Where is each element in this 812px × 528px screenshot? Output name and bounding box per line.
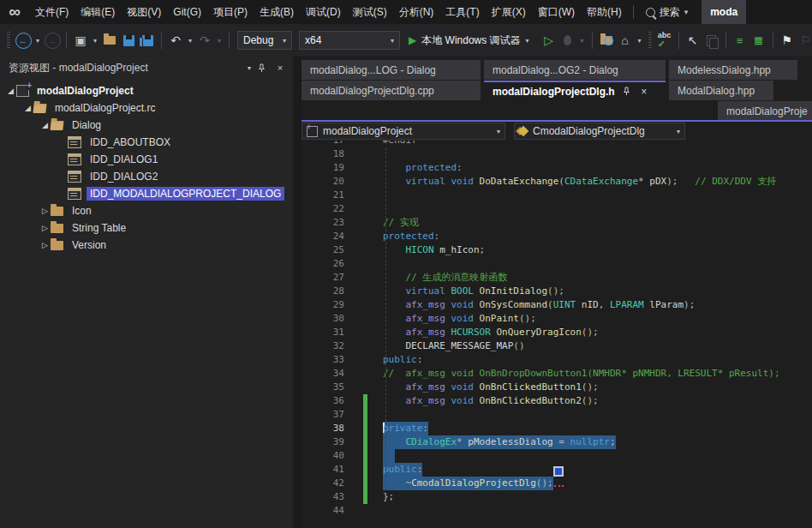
- menu-b[interactable]: 生成(B): [254, 0, 300, 24]
- undo-dropdown[interactable]: ▾: [186, 30, 194, 51]
- select-element-button[interactable]: ↖: [684, 30, 702, 51]
- tree-item-dialog[interactable]: ◢Dialog: [0, 117, 293, 134]
- menu-s[interactable]: 测试(S): [347, 0, 393, 24]
- tree-item-string-table[interactable]: ▷String Table: [0, 219, 293, 237]
- menu-w[interactable]: 窗口(W): [532, 0, 581, 24]
- code-line-29[interactable]: 29 afx_msg void OnSysCommand(UINT nID, L…: [302, 298, 812, 312]
- expander-icon[interactable]: ◢: [39, 121, 51, 129]
- code-line-30[interactable]: 30 afx_msg void OnPaint();: [302, 312, 812, 326]
- save-all-button[interactable]: [139, 30, 156, 51]
- window-layout-dropdown[interactable]: ▾: [636, 30, 644, 51]
- pin-tab-icon[interactable]: [622, 87, 631, 96]
- spell-check-button[interactable]: abc✓: [656, 30, 673, 51]
- previous-bookmark-button[interactable]: ⚐: [797, 30, 812, 51]
- tab-modaldialog-log-dialog[interactable]: modalDialog...LOG - Dialog: [302, 60, 481, 80]
- menu-e[interactable]: 编辑(E): [75, 0, 121, 24]
- start-debugging-button[interactable]: ▶本地 Windows 调试器▾: [403, 30, 540, 51]
- code-line-23[interactable]: 23// 实现: [302, 216, 812, 230]
- menu-t[interactable]: 工具(T): [439, 0, 485, 24]
- expander-icon[interactable]: ◢: [22, 104, 33, 112]
- toggle-bookmark-button[interactable]: ⚑: [779, 30, 796, 51]
- class-scope-value: CmodalDialogProjectDlg: [533, 125, 645, 137]
- expander-icon[interactable]: ▷: [39, 207, 51, 215]
- tree-item-modaldialogproject-rc[interactable]: ◢modalDialogProject.rc: [0, 99, 293, 117]
- code-line-19[interactable]: 19 protected:: [302, 161, 812, 175]
- menu-h[interactable]: 帮助(H): [581, 0, 628, 24]
- close-icon[interactable]: ×: [272, 63, 288, 73]
- code-line-20[interactable]: 20 virtual void DoDataExchange(CDataExch…: [302, 175, 812, 189]
- menu-n[interactable]: 分析(N): [393, 0, 440, 24]
- increase-line-indent-button[interactable]: ≣: [750, 30, 767, 51]
- code-line-43[interactable]: 43};: [302, 490, 812, 504]
- close-tab-icon[interactable]: ×: [638, 86, 650, 98]
- code-line-31[interactable]: 31 afx_msg HCURSOR OnQueryDragIcon();: [302, 326, 812, 339]
- redo-button[interactable]: ↷: [196, 30, 213, 51]
- tab-modaldialog-og2-dialog[interactable]: modalDialog...OG2 - Dialog: [484, 60, 666, 80]
- project-scope-dropdown[interactable]: modalDialogProject ▾: [302, 123, 505, 140]
- code-line-27[interactable]: 27 // 生成的消息映射函数: [302, 271, 812, 285]
- tree-item-idd-dialog1[interactable]: IDD_DIALOG1: [0, 151, 293, 168]
- menu-x[interactable]: 扩展(X): [486, 0, 532, 24]
- solution-platforms-combo[interactable]: x64▾: [299, 31, 400, 50]
- undo-button[interactable]: ↶: [167, 30, 184, 51]
- new-project-button[interactable]: ▣: [72, 30, 89, 51]
- tab-modelessdialog-hpp[interactable]: ModelessDialog.hpp: [669, 60, 797, 80]
- tab-modaldialogproje[interactable]: modalDialogProje: [718, 101, 812, 121]
- expander-icon[interactable]: ◢: [5, 87, 16, 95]
- hot-reload-button[interactable]: [559, 30, 576, 51]
- pin-icon[interactable]: [257, 63, 272, 73]
- code-line-44[interactable]: 44: [302, 504, 812, 518]
- code-line-22[interactable]: 22: [302, 202, 812, 216]
- save-button[interactable]: [120, 30, 137, 51]
- tab-modaldialogprojectdlg-h[interactable]: modalDialogProjectDlg.h×: [484, 81, 666, 100]
- navigate-back-button[interactable]: ←: [15, 30, 32, 51]
- menu-f[interactable]: 文件(F): [29, 0, 75, 24]
- code-line-24[interactable]: 24protected:: [302, 230, 812, 243]
- tab-modaldialogprojectdlg-cpp[interactable]: modalDialogProjectDlg.cpp: [302, 81, 481, 100]
- solution-configurations-combo[interactable]: Debug▾: [237, 31, 292, 50]
- code-line-37[interactable]: 37: [302, 408, 812, 422]
- expander-icon[interactable]: ▷: [39, 224, 51, 232]
- code-line-21[interactable]: 21: [302, 189, 812, 202]
- window-position-dropdown[interactable]: ▾: [242, 64, 257, 72]
- tree-item-version[interactable]: ▷Version: [0, 237, 293, 254]
- code-line-18[interactable]: 18: [302, 147, 812, 161]
- copy-button[interactable]: [703, 30, 720, 51]
- code-line-38[interactable]: 38private:: [302, 422, 812, 435]
- code-line-35[interactable]: 35 afx_msg void OnBnClickedButton1();: [302, 381, 812, 394]
- code-line-42[interactable]: 42 ~CmodalDialogProjectDlg();: [302, 477, 812, 490]
- code-line-32[interactable]: 32 DECLARE_MESSAGE_MAP(): [302, 339, 812, 353]
- menu-v[interactable]: 视图(V): [121, 0, 167, 24]
- redo-dropdown[interactable]: ▾: [215, 30, 224, 51]
- navigate-forward-button[interactable]: →: [44, 30, 61, 51]
- open-file-button[interactable]: [101, 30, 118, 51]
- expander-icon[interactable]: ▷: [39, 241, 51, 249]
- tree-item-idd-modaldialogproject-dialog[interactable]: IDD_MODALDIALOGPROJECT_DIALOG: [0, 185, 293, 202]
- window-layout-button[interactable]: ⌂: [617, 30, 634, 51]
- code-line-36[interactable]: 36 afx_msg void OnBnClickedButton2();: [302, 394, 812, 408]
- code-line-25[interactable]: 25 HICON m_hIcon;: [302, 243, 812, 257]
- code-line-39[interactable]: 39 CDialogEx* pModelessDialog = nullptr;: [302, 435, 812, 449]
- tab-modaldialog-hpp[interactable]: ModalDialog.hpp: [669, 81, 773, 100]
- menu-git-g[interactable]: Git(G): [167, 0, 207, 24]
- navigate-back-dropdown[interactable]: ▾: [33, 30, 42, 51]
- code-line-33[interactable]: 33public:: [302, 353, 812, 367]
- menu-p[interactable]: 项目(P): [207, 0, 254, 24]
- code-line-34[interactable]: 34// afx_msg void OnBnDropDownButton1(NM…: [302, 367, 812, 381]
- code-line-40[interactable]: 40: [302, 449, 812, 463]
- code-line-26[interactable]: 26: [302, 257, 812, 271]
- search-control[interactable]: 搜索 ▾: [639, 0, 696, 24]
- menu-d[interactable]: 调试(D): [300, 0, 347, 24]
- tree-item-icon[interactable]: ▷Icon: [0, 202, 293, 219]
- tree-item-modaldialogproject[interactable]: ◢modalDialogProject: [0, 82, 293, 99]
- start-without-debugging-button[interactable]: ▷: [540, 30, 558, 51]
- class-scope-dropdown[interactable]: CmodalDialogProjectDlg ▾: [514, 123, 685, 140]
- code-editor[interactable]: 17#endif1819 protected:20 virtual void D…: [302, 134, 812, 528]
- code-line-28[interactable]: 28 virtual BOOL OnInitDialog();: [302, 285, 812, 298]
- new-project-dropdown[interactable]: ▾: [91, 30, 99, 51]
- sync-with-active-document-button[interactable]: [598, 30, 615, 51]
- decrease-line-indent-button[interactable]: ≡: [731, 30, 749, 51]
- tree-item-idd-dialog2[interactable]: IDD_DIALOG2: [0, 168, 293, 185]
- hot-reload-dropdown[interactable]: ▾: [578, 30, 587, 51]
- tree-item-idd-aboutbox[interactable]: IDD_ABOUTBOX: [0, 134, 293, 151]
